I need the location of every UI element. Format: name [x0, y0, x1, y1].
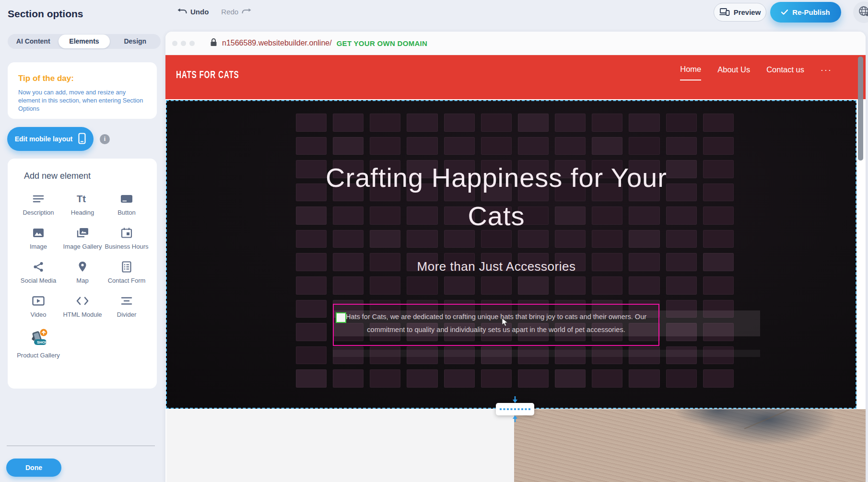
add-panel-title: Add new element [24, 171, 148, 181]
tab-elements[interactable]: Elements [59, 34, 109, 48]
element-social-media[interactable]: Social Media [16, 261, 60, 284]
nav-contact-us[interactable]: Contact us [766, 65, 804, 80]
nav-about-us[interactable]: About Us [717, 65, 750, 80]
hero-heading[interactable]: Crafting Happiness for Your Cats [167, 159, 826, 235]
button-icon [120, 193, 133, 205]
add-element-panel: Add new element Description Tt Heading B… [8, 159, 157, 389]
image-gallery-icon [76, 227, 89, 239]
undo-redo-group: Undo Redo [177, 8, 251, 16]
site-logo[interactable]: HATS FOR CATS [176, 69, 239, 81]
hero-section[interactable]: Crafting Happiness for Your Cats More th… [166, 100, 856, 409]
heading-icon: Tt [76, 193, 89, 205]
element-image[interactable]: Image [16, 227, 60, 250]
hero-paragraph: Hats for Cats, we are dedicated to craft… [340, 310, 653, 336]
pavement-crack [744, 409, 866, 429]
check-icon [781, 8, 788, 16]
element-contact-form[interactable]: Contact Form [105, 261, 149, 284]
element-product-gallery[interactable]: SHOP Product Gallery [16, 329, 60, 359]
element-divider[interactable]: Divider [105, 295, 149, 318]
text-highlight-band-2 [333, 350, 760, 357]
traffic-dots [172, 41, 195, 46]
devices-icon [719, 8, 730, 17]
info-icon[interactable]: i [100, 134, 110, 144]
element-business-hours[interactable]: Business Hours [105, 227, 149, 250]
nav-more-menu[interactable]: ··· [821, 65, 832, 80]
globe-icon [858, 5, 868, 20]
element-video[interactable]: Video [16, 295, 60, 318]
element-html-module[interactable]: HTML Module [60, 295, 105, 318]
element-image-gallery[interactable]: Image Gallery [60, 227, 105, 250]
browser-chrome: n1566589.websitebuilder.online/ GET YOUR… [165, 32, 866, 55]
site-header: HATS FOR CATS Home About Us Contact us ·… [165, 55, 866, 99]
contact-form-icon [120, 261, 133, 273]
edit-mobile-layout-button[interactable]: Edit mobile layout [7, 127, 94, 151]
undo-icon [177, 8, 187, 16]
element-heading[interactable]: Tt Heading [60, 193, 105, 216]
hero-tile-grid [296, 114, 734, 388]
page-title: Section options [8, 8, 83, 20]
nav-home[interactable]: Home [680, 65, 701, 80]
video-icon [32, 295, 45, 307]
element-description[interactable]: Description [16, 193, 60, 216]
tip-body: Now you can add, move and resize any ele… [18, 88, 148, 113]
html-module-icon [76, 295, 89, 307]
phone-icon [78, 133, 86, 146]
tip-of-the-day-card: Tip of the day: Now you can add, move an… [8, 62, 157, 119]
element-drag-handle[interactable] [336, 312, 346, 323]
social-media-icon [32, 261, 45, 273]
product-gallery-icon: SHOP [28, 329, 49, 348]
next-section-photo[interactable] [514, 409, 866, 482]
redo-icon [242, 8, 251, 16]
sidebar-divider [7, 446, 155, 446]
scrollbar-thumb[interactable] [858, 57, 863, 161]
undo-button[interactable]: Undo [177, 8, 209, 16]
tip-title: Tip of the day: [18, 74, 146, 83]
hero-subheading[interactable]: More than Just Accessories [167, 259, 826, 274]
globe-button[interactable] [853, 1, 868, 23]
element-map[interactable]: Map [60, 261, 105, 284]
tab-design[interactable]: Design [110, 34, 161, 48]
divider-icon [120, 295, 133, 307]
address-bar-url[interactable]: n1566589.websitebuilder.online/ [222, 39, 332, 47]
next-section-white-area[interactable] [166, 409, 514, 482]
svg-text:Tt: Tt [77, 194, 86, 204]
element-grid: Description Tt Heading Button Image Imag… [16, 193, 148, 359]
get-domain-link[interactable]: GET YOUR OWN DOMAIN [337, 39, 428, 47]
sidebar-tabs: AI Content Elements Design [8, 34, 161, 49]
preview-button[interactable]: Preview [714, 3, 766, 22]
map-pin-icon [76, 261, 89, 273]
svg-text:SHOP: SHOP [37, 340, 48, 344]
republish-button[interactable]: Re-Publish [770, 2, 841, 23]
mouse-cursor-icon [502, 318, 509, 329]
redo-button[interactable]: Redo [221, 8, 251, 16]
site-nav: Home About Us Contact us ··· [680, 65, 832, 80]
element-button[interactable]: Button [105, 193, 149, 216]
business-hours-icon [120, 227, 133, 239]
lock-icon [210, 38, 217, 49]
selected-text-element[interactable]: Hats for Cats, we are dedicated to craft… [333, 304, 659, 346]
section-resize-handle[interactable] [492, 396, 538, 423]
done-button[interactable]: Done [6, 459, 61, 477]
image-icon [32, 227, 45, 239]
tab-ai-content[interactable]: AI Content [8, 34, 59, 48]
description-icon [32, 193, 45, 205]
